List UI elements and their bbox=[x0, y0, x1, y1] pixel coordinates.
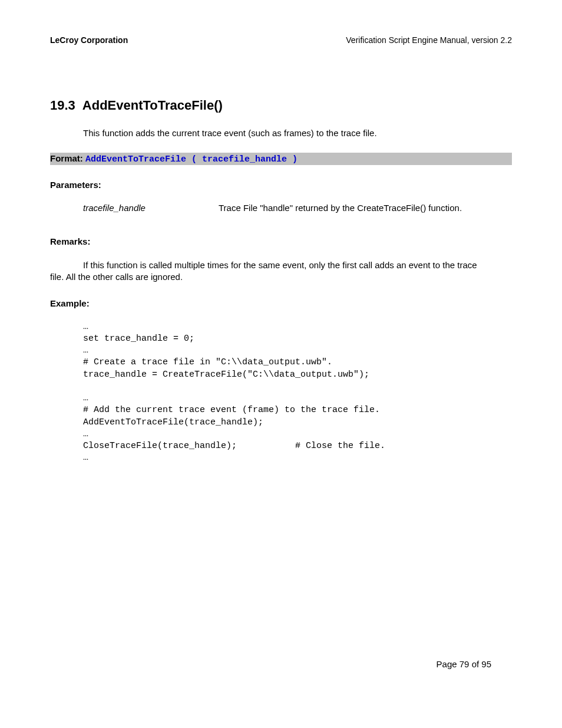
example-code: … set trace_handle = 0; … # Create a tra… bbox=[83, 321, 512, 465]
example-label: Example: bbox=[50, 298, 512, 308]
remarks-line1: If this function is called multiple time… bbox=[83, 260, 477, 270]
parameters-label: Parameters: bbox=[50, 180, 512, 190]
format-label: Format: bbox=[50, 153, 85, 163]
remarks-line2: file. All the other calls are ignored. bbox=[50, 272, 183, 282]
parameter-name: tracefile_handle bbox=[83, 203, 219, 213]
page-number: Page 79 of 95 bbox=[437, 659, 491, 669]
section-heading: 19.3AddEventToTraceFile() bbox=[50, 98, 512, 113]
section-number: 19.3 bbox=[50, 98, 75, 113]
format-bar: Format: AddEventToTraceFile ( tracefile_… bbox=[50, 153, 512, 165]
section-description: This function adds the current trace eve… bbox=[83, 128, 512, 138]
remarks-text: If this function is called multiple time… bbox=[50, 259, 512, 284]
page-header: LeCroy Corporation Verification Script E… bbox=[50, 35, 512, 45]
parameter-description: Trace File "handle" returned by the Crea… bbox=[219, 203, 512, 213]
remarks-label: Remarks: bbox=[50, 236, 512, 246]
format-code: AddEventToTraceFile ( tracefile_handle ) bbox=[85, 154, 297, 164]
header-manual-title: Verification Script Engine Manual, versi… bbox=[346, 35, 512, 45]
section-title: AddEventToTraceFile() bbox=[82, 98, 223, 113]
parameter-row: tracefile_handle Trace File "handle" ret… bbox=[83, 203, 512, 213]
header-company: LeCroy Corporation bbox=[50, 35, 128, 45]
document-page: LeCroy Corporation Verification Script E… bbox=[0, 0, 562, 728]
